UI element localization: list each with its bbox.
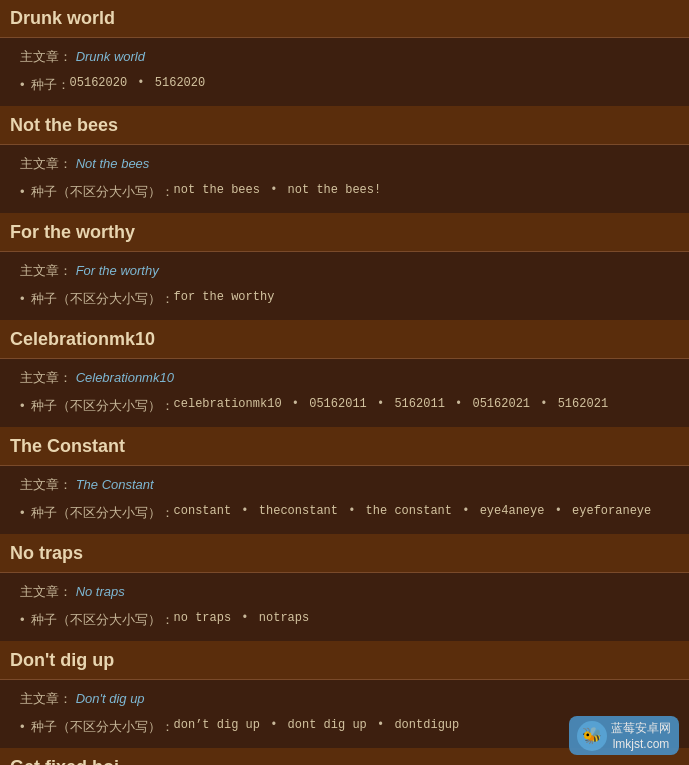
seed-value-for-the-worthy-0: for the worthy xyxy=(174,290,275,304)
section-header-not-the-bees: Not the bees xyxy=(0,107,689,145)
seeds-label-celebrationmk10: 种子（不区分大小写）： xyxy=(31,397,174,415)
seeds-row-the-constant: •种子（不区分大小写）： constant • theconstant • th… xyxy=(20,502,669,524)
seeds-label-not-the-bees: 种子（不区分大小写）： xyxy=(31,183,174,201)
seed-separator-not-the-bees-0: • xyxy=(263,183,285,197)
main-article-link-for-the-worthy[interactable]: For the worthy xyxy=(76,263,159,278)
seeds-values-not-the-bees: not the bees • not the bees! xyxy=(174,183,382,197)
seed-separator-drunk-world-0: • xyxy=(130,76,152,90)
seed-separator-no-traps-0: • xyxy=(234,611,256,625)
seed-value-dont-dig-up-1: dont dig up xyxy=(288,718,367,732)
seed-value-the-constant-0: constant xyxy=(174,504,232,518)
section-body-not-the-bees: 主文章： Not the bees•种子（不区分大小写）： not the be… xyxy=(0,145,689,214)
section-header-no-traps: No traps xyxy=(0,535,689,573)
watermark: 🐝 蓝莓安卓网 lmkjst.com xyxy=(569,716,679,755)
watermark-site: 蓝莓安卓网 xyxy=(611,720,671,737)
seed-value-the-constant-3: eye4aneye xyxy=(480,504,545,518)
main-article-link-not-the-bees[interactable]: Not the bees xyxy=(76,156,150,171)
seed-separator-celebrationmk10-2: • xyxy=(448,397,470,411)
main-article-label-no-traps: 主文章： xyxy=(20,584,76,599)
seed-value-not-the-bees-1: not the bees! xyxy=(288,183,382,197)
main-article-label-drunk-world: 主文章： xyxy=(20,49,76,64)
watermark-text: 蓝莓安卓网 lmkjst.com xyxy=(611,720,671,751)
bullet-drunk-world: • xyxy=(20,77,25,92)
seeds-values-the-constant: constant • theconstant • the constant • … xyxy=(174,504,652,518)
section-body-no-traps: 主文章： No traps•种子（不区分大小写）： no traps • not… xyxy=(0,573,689,642)
seed-value-celebrationmk10-0: celebrationmk10 xyxy=(174,397,282,411)
seed-value-the-constant-2: the constant xyxy=(366,504,452,518)
section-header-for-the-worthy: For the worthy xyxy=(0,214,689,252)
seed-value-dont-dig-up-2: dontdigup xyxy=(394,718,459,732)
seed-separator-dont-dig-up-1: • xyxy=(370,718,392,732)
seeds-label-for-the-worthy: 种子（不区分大小写）： xyxy=(31,290,174,308)
main-article-label-the-constant: 主文章： xyxy=(20,477,76,492)
seeds-row-for-the-worthy: •种子（不区分大小写）： for the worthy xyxy=(20,288,669,310)
seed-value-dont-dig-up-0: don’t dig up xyxy=(174,718,260,732)
seed-separator-celebrationmk10-0: • xyxy=(285,397,307,411)
main-article-label-celebrationmk10: 主文章： xyxy=(20,370,76,385)
seed-value-celebrationmk10-2: 5162011 xyxy=(394,397,444,411)
seed-value-drunk-world-0: 05162020 xyxy=(70,76,128,90)
seed-value-drunk-world-1: 5162020 xyxy=(155,76,205,90)
main-article-label-for-the-worthy: 主文章： xyxy=(20,263,76,278)
seed-value-celebrationmk10-1: 05162011 xyxy=(309,397,367,411)
seeds-values-dont-dig-up: don’t dig up • dont dig up • dontdigup xyxy=(174,718,460,732)
seeds-values-celebrationmk10: celebrationmk10 • 05162011 • 5162011 • 0… xyxy=(174,397,609,411)
seed-separator-the-constant-0: • xyxy=(234,504,256,518)
seeds-label-dont-dig-up: 种子（不区分大小写）： xyxy=(31,718,174,736)
main-article-row-celebrationmk10: 主文章： Celebrationmk10 xyxy=(20,365,669,391)
main-container: Drunk world主文章： Drunk world•种子： 05162020… xyxy=(0,0,689,765)
main-article-link-drunk-world[interactable]: Drunk world xyxy=(76,49,145,64)
section-header-drunk-world: Drunk world xyxy=(0,0,689,38)
section-body-celebrationmk10: 主文章： Celebrationmk10•种子（不区分大小写）： celebra… xyxy=(0,359,689,428)
bullet-celebrationmk10: • xyxy=(20,398,25,413)
main-article-link-no-traps[interactable]: No traps xyxy=(76,584,125,599)
seed-separator-celebrationmk10-3: • xyxy=(533,397,555,411)
main-article-row-no-traps: 主文章： No traps xyxy=(20,579,669,605)
seeds-values-drunk-world: 05162020 • 5162020 xyxy=(70,76,206,90)
watermark-url: lmkjst.com xyxy=(611,737,671,751)
seed-separator-celebrationmk10-1: • xyxy=(370,397,392,411)
seed-value-no-traps-0: no traps xyxy=(174,611,232,625)
watermark-icon: 🐝 xyxy=(577,721,607,751)
section-body-for-the-worthy: 主文章： For the worthy•种子（不区分大小写）： for the … xyxy=(0,252,689,321)
main-article-link-the-constant[interactable]: The Constant xyxy=(76,477,154,492)
main-article-label-dont-dig-up: 主文章： xyxy=(20,691,76,706)
watermark-box: 🐝 蓝莓安卓网 lmkjst.com xyxy=(569,716,679,755)
seeds-row-celebrationmk10: •种子（不区分大小写）： celebrationmk10 • 05162011 … xyxy=(20,395,669,417)
bullet-not-the-bees: • xyxy=(20,184,25,199)
bullet-no-traps: • xyxy=(20,612,25,627)
seeds-values-no-traps: no traps • notraps xyxy=(174,611,310,625)
seed-value-celebrationmk10-3: 05162021 xyxy=(472,397,530,411)
section-body-the-constant: 主文章： The Constant•种子（不区分大小写）： constant •… xyxy=(0,466,689,535)
seeds-label-the-constant: 种子（不区分大小写）： xyxy=(31,504,174,522)
section-header-dont-dig-up: Don't dig up xyxy=(0,642,689,680)
main-article-row-dont-dig-up: 主文章： Don't dig up xyxy=(20,686,669,712)
bullet-the-constant: • xyxy=(20,505,25,520)
seeds-label-no-traps: 种子（不区分大小写）： xyxy=(31,611,174,629)
section-header-the-constant: The Constant xyxy=(0,428,689,466)
seed-separator-the-constant-3: • xyxy=(547,504,569,518)
section-body-drunk-world: 主文章： Drunk world•种子： 05162020 • 5162020 xyxy=(0,38,689,107)
bullet-dont-dig-up: • xyxy=(20,719,25,734)
seed-separator-dont-dig-up-0: • xyxy=(263,718,285,732)
main-article-link-dont-dig-up[interactable]: Don't dig up xyxy=(76,691,145,706)
main-article-link-celebrationmk10[interactable]: Celebrationmk10 xyxy=(76,370,174,385)
seed-value-the-constant-4: eyeforaneye xyxy=(572,504,651,518)
seeds-row-no-traps: •种子（不区分大小写）： no traps • notraps xyxy=(20,609,669,631)
section-header-celebrationmk10: Celebrationmk10 xyxy=(0,321,689,359)
main-article-row-the-constant: 主文章： The Constant xyxy=(20,472,669,498)
seed-value-not-the-bees-0: not the bees xyxy=(174,183,260,197)
main-article-row-drunk-world: 主文章： Drunk world xyxy=(20,44,669,70)
seeds-label-drunk-world: 种子： xyxy=(31,76,70,94)
seeds-values-for-the-worthy: for the worthy xyxy=(174,290,275,304)
bullet-for-the-worthy: • xyxy=(20,291,25,306)
seed-separator-the-constant-2: • xyxy=(455,504,477,518)
main-article-row-not-the-bees: 主文章： Not the bees xyxy=(20,151,669,177)
main-article-row-for-the-worthy: 主文章： For the worthy xyxy=(20,258,669,284)
seeds-row-drunk-world: •种子： 05162020 • 5162020 xyxy=(20,74,669,96)
seed-value-celebrationmk10-4: 5162021 xyxy=(558,397,608,411)
seed-separator-the-constant-1: • xyxy=(341,504,363,518)
seed-value-no-traps-1: notraps xyxy=(259,611,309,625)
seeds-row-not-the-bees: •种子（不区分大小写）： not the bees • not the bees… xyxy=(20,181,669,203)
seed-value-the-constant-1: theconstant xyxy=(259,504,338,518)
